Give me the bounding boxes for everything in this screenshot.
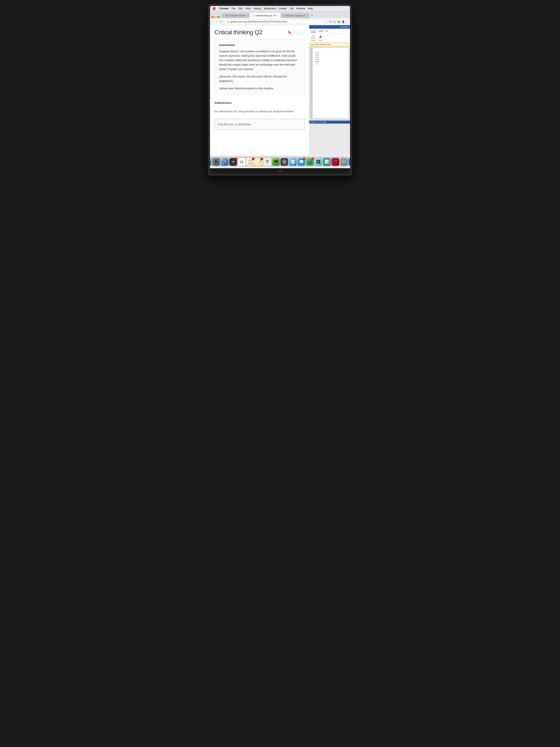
dock-item-itunes[interactable]: 🎵 [331,158,339,166]
drop-zone[interactable]: Drop file here, or click below! [214,119,304,130]
dock-item-pinwheel[interactable]: 🎡 [281,158,288,166]
word-line-3: region [315,56,346,58]
new-tab-button[interactable]: + [310,14,314,17]
tab-answered[interactable]: b Answered: Suppose th ✕ [281,13,310,18]
extensions-icon[interactable]: 🧩 [338,20,341,23]
back-button[interactable]: ‹ [212,20,214,24]
word-line-2: positiv [315,54,346,56]
answered-tab-close[interactable]: ✕ [306,15,308,17]
dock-item-numbers[interactable]: 📊 [323,158,331,166]
toolbar-icons: 🔍 📡 🧩 👤 ⋮ [329,20,348,23]
ecoli-italic: E. coli [236,50,244,53]
menu-edit[interactable]: Edit [238,7,242,10]
bookmark-icon[interactable]: 🔖 [288,30,292,34]
reminders-badge: 1 [252,158,255,160]
word-page-text: The la positiv region contai facilita Th… [314,52,346,65]
menu-history[interactable]: History [254,7,261,10]
mac-laptop-frame: 🍎 Chrome File Edit View History Bookmark… [208,4,352,176]
word-doc-area: The la positiv region contai facilita Th… [309,47,350,121]
word-status-bar: Page 1 of 1 57 words [309,121,350,124]
paste-icon: 📋 [311,35,315,39]
menu-help[interactable]: Help [308,7,313,10]
word-tabs: Home Insert Dr [309,29,350,34]
word-preview: AutoSave Home Insert Dr 📋 Paste [309,25,350,155]
word-tab-home[interactable]: Home [311,29,316,33]
shopify-tab-label: The Complete Shopify [225,15,245,17]
refresh-button[interactable]: ↻ [219,20,223,24]
dock-item-calendar[interactable]: 12 [238,158,245,166]
prev-arrow-button[interactable]: ‹ [294,30,299,35]
dock-item-notes[interactable]: 📝 2 [255,158,263,166]
font-button[interactable]: A Font [319,35,322,41]
word-ruler [311,48,313,119]
upload-text: Upload your Word document to this dropbo… [219,86,300,91]
criticalthinking-tab-close[interactable]: ✕ [277,15,278,17]
criticalthinking-tab-label: Critical thinking Q2 - M [255,15,276,17]
browser-content: Critical thinking Q2 🔖 ‹ › Instructions [210,25,309,155]
close-window-button[interactable] [212,16,214,18]
minimize-window-button[interactable] [214,16,217,18]
forward-button[interactable]: › [215,20,218,24]
content-area: Critical thinking Q2 🔖 ‹ › Instructions [210,25,350,155]
dock-item-maps[interactable]: 🗺 [272,158,279,166]
apple-menu[interactable]: 🍎 [212,7,216,10]
photobooth-badge: ! [235,158,237,160]
fullscreen-window-button[interactable] [217,16,220,18]
menu-file[interactable]: File [232,7,235,10]
next-arrow-button[interactable]: › [299,30,304,35]
menu-chrome[interactable]: Chrome [219,7,229,10]
submissions-title: Submissions [214,101,304,104]
dock-item-photobooth[interactable]: 📸 ! [229,158,237,166]
word-tab-insert[interactable]: Insert [318,29,323,33]
esc-key-label: esc [278,170,282,172]
profile-icon[interactable]: 👤 [342,20,345,23]
paste-button[interactable]: 📋 Paste [311,35,315,41]
keyboard-area: esc [210,168,350,174]
word-page: The la positiv region contai facilita Th… [311,48,348,119]
url-text: gastate.view.usg.edu/d2l/le/content/2133… [230,20,322,23]
menu-dots-icon[interactable]: ⋮ [346,20,348,23]
word-tab-draw[interactable]: Dr [326,29,328,33]
font-icon: A [319,35,322,39]
min-words-text: (Minimum 150 words, the document will be… [219,74,300,83]
dock-item-messages[interactable]: 💬 22 [297,158,305,166]
tab-criticalthinking[interactable]: 📋 Critical thinking Q2 - M ✕ [250,13,280,18]
menu-bookmarks[interactable]: Bookmarks [264,7,276,10]
facetime-badge: 10 [312,158,314,160]
dock-item-siri[interactable]: 🎙 [212,158,220,166]
dock-item-safari[interactable]: 🧭 [289,158,297,166]
cast-icon[interactable]: 📡 [333,20,336,23]
menu-window[interactable]: Window [296,7,305,10]
dock-item-appstore[interactable]: 🅐 1 [348,158,350,166]
word-line-6: The ... [315,63,346,65]
assignment-box: Instructions Suppose that E. coli sustai… [214,40,304,95]
star-icon: ☆ [323,20,325,23]
page-header: Critical thinking Q2 🔖 ‹ › [214,29,304,36]
browser-window: u The Complete Shopify ✕ 📋 Critical thin… [210,11,350,155]
header-actions: 🔖 ‹ › [288,30,304,35]
dock-item-systemprefs[interactable]: ⚙️ [340,158,348,166]
menu-tab[interactable]: Tab [289,7,293,10]
instructions-text: Suppose that E. coli sustains a mutation… [219,49,300,71]
answered-tab-icon: b [283,15,284,17]
dock-item-facetime[interactable]: 📹 10 [306,158,314,166]
warning-icon: ⚠️ [311,44,313,46]
instructions-title: Instructions [219,43,300,47]
dock-item-clock[interactable]: ⏱ [263,158,271,166]
shopify-tab-icon: u [223,15,224,17]
dock-bar: 🖥 🎙 🚀 📸 ! 12 📋 1 📝 2 ⏱ 🗺 🎡 🧭 [210,156,350,167]
office-update-text: Office Update To kee [314,44,331,46]
menu-people[interactable]: People [279,7,287,10]
menu-view[interactable]: View [245,7,250,10]
word-page-count: Page 1 of 1 57 words [311,121,326,123]
search-icon[interactable]: 🔍 [329,20,332,23]
submissions-section: Submissions No submissions yet. Drag and… [214,98,304,133]
dock-item-finder[interactable]: 🖥 [210,158,212,166]
dock-item-launchpad[interactable]: 🚀 [221,158,229,166]
dock-item-reminders[interactable]: 📋 1 [246,158,254,166]
dock-item-preview[interactable]: 🖼 [315,158,322,166]
tab-shopify[interactable]: u The Complete Shopify ✕ [221,13,250,18]
shopify-tab-close[interactable]: ✕ [246,15,248,17]
autosave-label: AutoSave [341,26,348,28]
address-bar[interactable]: 🔒 gastate.view.usg.edu/d2l/le/content/21… [224,20,327,24]
